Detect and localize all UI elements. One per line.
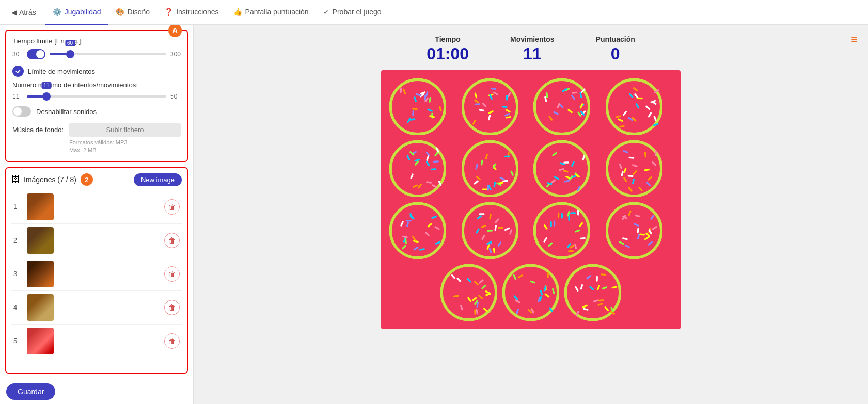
delete-image-4-button[interactable]: 🗑 — [164, 300, 180, 315]
main-content: A Tiempo límite [En seg.]: 30 60 300 — [0, 25, 868, 404]
image-num-3: 3 — [13, 270, 22, 278]
images-title: Imágenes (7 / 8) — [24, 175, 76, 184]
svg-rect-213 — [561, 213, 563, 218]
time-stat: Tiempo 01:00 — [427, 35, 469, 62]
attempts-slider-fill — [27, 95, 43, 98]
save-button[interactable]: Guardar — [6, 383, 55, 400]
tab-pantalla[interactable]: 👍 Pantalla puntuación — [226, 0, 316, 25]
image-thumbnail-4[interactable] — [27, 294, 54, 321]
attempts-slider-track[interactable]: 11 — [27, 95, 166, 98]
donut-piece[interactable] — [606, 202, 662, 259]
image-thumbnail-2[interactable] — [27, 227, 54, 254]
donut-piece[interactable] — [462, 202, 518, 259]
list-item: 1 🗑 — [11, 190, 182, 224]
score-stat: Puntuación 0 — [596, 35, 635, 62]
section-images: 🖼 Imágenes (7 / 8) 2 New image 1 🗑 2 🗑 — [5, 167, 188, 374]
tab-probar[interactable]: ✓ Probar el juego — [316, 0, 389, 25]
donut-piece[interactable] — [533, 140, 590, 197]
new-image-button[interactable]: New image — [134, 173, 182, 186]
tab-jugabilidad-icon: ⚙️ — [53, 8, 61, 16]
donut-piece[interactable] — [389, 78, 446, 135]
time-toggle[interactable] — [27, 49, 45, 59]
delete-image-1-button[interactable]: 🗑 — [164, 199, 180, 215]
svg-point-241 — [453, 277, 485, 309]
tab-jugabilidad[interactable]: ⚙️ Jugabilidad — [45, 0, 108, 25]
image-thumbnail-3[interactable] — [27, 261, 54, 287]
svg-rect-212 — [570, 212, 576, 214]
donut-piece[interactable] — [389, 140, 446, 197]
donut-piece[interactable] — [389, 202, 446, 259]
image-num-4: 4 — [13, 303, 22, 311]
svg-rect-157 — [627, 175, 633, 177]
score-stat-label: Puntuación — [596, 35, 635, 43]
back-label: Atrás — [19, 8, 36, 17]
donut-piece[interactable] — [606, 140, 662, 197]
attempts-max-value: 50 — [170, 93, 181, 100]
back-button[interactable]: ◀ Atrás — [6, 5, 41, 20]
delete-image-5-button[interactable]: 🗑 — [164, 333, 180, 349]
tab-instrucciones[interactable]: ❓ Instrucciones — [157, 0, 226, 25]
time-stat-value: 01:00 — [427, 45, 469, 62]
donut-piece[interactable] — [564, 264, 621, 321]
image-thumbnail-1[interactable] — [27, 193, 54, 220]
hamburger-menu-icon[interactable]: ≡ — [851, 33, 858, 46]
svg-rect-3 — [412, 110, 414, 116]
movements-checkbox[interactable] — [12, 66, 24, 77]
donut-piece[interactable] — [533, 78, 590, 135]
image-thumbnail-5[interactable] — [27, 328, 54, 354]
tab-diseno-label: Diseño — [128, 8, 150, 16]
delete-image-3-button[interactable]: 🗑 — [164, 266, 180, 282]
movements-toggle-row: Límite de movimientos — [12, 66, 181, 77]
music-hint-size: Max. 2 MB — [69, 147, 181, 154]
time-slider-track[interactable]: 60 — [50, 53, 166, 55]
music-row: Música de fondo: Subir fichero — [12, 123, 181, 137]
svg-rect-182 — [497, 227, 503, 229]
donut-piece[interactable] — [502, 264, 559, 321]
sound-label: Deshabilitar sonidos — [36, 108, 97, 116]
svg-rect-206 — [577, 210, 579, 216]
time-slider-thumb[interactable]: 60 — [66, 50, 74, 58]
donut-piece[interactable] — [533, 202, 590, 259]
delete-image-2-button[interactable]: 🗑 — [164, 233, 180, 248]
svg-rect-175 — [406, 220, 412, 221]
movements-limit-label: Límite de movimientos — [28, 68, 95, 75]
tab-diseno[interactable]: 🎨 Diseño — [108, 0, 157, 25]
svg-rect-117 — [487, 185, 489, 191]
donut-piece[interactable] — [440, 264, 497, 321]
upload-music-button[interactable]: Subir fichero — [69, 123, 181, 137]
top-navigation: ◀ Atrás ⚙️ Jugabilidad 🎨 Diseño ❓ Instru… — [0, 0, 868, 25]
donut-piece[interactable] — [606, 78, 662, 135]
svg-rect-205 — [568, 250, 574, 252]
attempts-slider-thumb[interactable]: 11 — [42, 92, 51, 101]
svg-rect-190 — [479, 213, 484, 215]
svg-rect-184 — [487, 230, 493, 232]
attempts-min-value: 11 — [12, 93, 23, 100]
time-stat-label: Tiempo — [427, 35, 469, 43]
tab-instrucciones-icon: ❓ — [164, 8, 173, 16]
image-num-5: 5 — [13, 337, 22, 345]
score-stat-value: 0 — [596, 45, 635, 62]
music-hint: Formatos válidos: MP3 Max. 2 MB — [69, 139, 181, 155]
section-gameplay: A Tiempo límite [En seg.]: 30 60 300 — [5, 30, 188, 162]
donut-piece[interactable] — [462, 140, 518, 197]
svg-point-101 — [474, 153, 506, 185]
svg-rect-204 — [550, 221, 551, 227]
svg-rect-278 — [547, 272, 549, 278]
time-toggle-knob — [36, 50, 44, 58]
tab-pantalla-icon: 👍 — [233, 8, 242, 16]
music-hint-formats: Formatos válidos: MP3 — [69, 139, 181, 147]
image-num-1: 1 — [13, 203, 22, 211]
tab-probar-label: Probar el juego — [333, 8, 382, 16]
checkmark-icon — [15, 68, 21, 74]
attempts-thumb-value: 11 — [41, 82, 51, 89]
sound-toggle-knob — [13, 107, 22, 116]
time-min-value: 30 — [12, 51, 23, 58]
svg-point-81 — [402, 153, 434, 185]
svg-point-281 — [577, 277, 609, 309]
sound-toggle[interactable] — [12, 106, 31, 117]
svg-rect-111 — [504, 155, 510, 157]
svg-rect-55 — [546, 92, 548, 98]
list-item: 5 🗑 — [11, 325, 182, 358]
donut-piece[interactable] — [462, 78, 518, 135]
svg-rect-216 — [568, 215, 570, 221]
